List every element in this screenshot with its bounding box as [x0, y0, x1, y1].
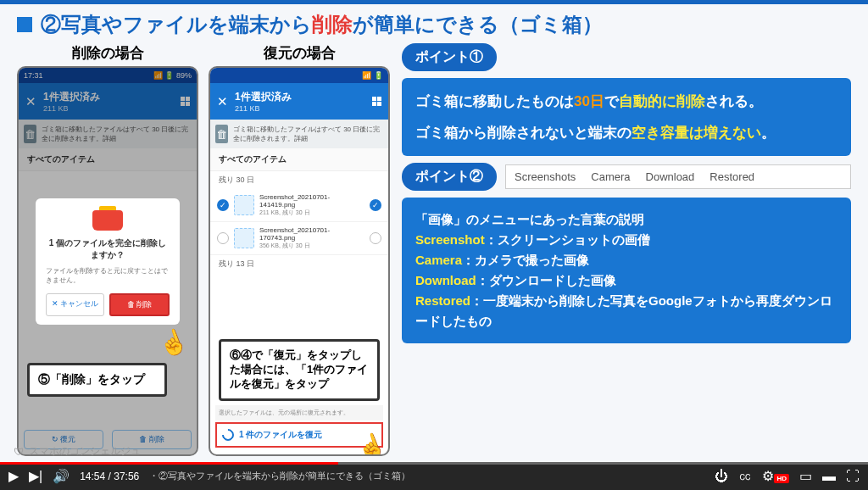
video-player-controls: ▶ ▶| 🔊 14:54 / 37:56 ・②写真やファイルを端末から削除が簡単… — [0, 462, 868, 490]
point-1-explanation: ゴミ箱に移動したものは30日で自動的に削除される。 ゴミ箱から削除されないと端末… — [402, 78, 851, 156]
restore-icon — [220, 426, 236, 443]
file-name: Screenshot_20210701-170743.png — [259, 226, 364, 242]
callout-step-6: ⑥④で「復元」をタップした場合には、「1件のファイルを復元」をタップ — [219, 339, 380, 401]
checkbox-unchecked-icon[interactable] — [217, 232, 229, 244]
fullscreen-button[interactable]: ⛶ — [846, 469, 860, 484]
settings-icon[interactable]: ⚙HD — [762, 468, 789, 484]
grid-icon[interactable] — [372, 97, 381, 106]
file-row[interactable]: ✓ Screenshot_20210701-141419.png 211 KB,… — [210, 189, 388, 222]
subtitles-button[interactable]: ㏄ — [738, 467, 752, 485]
dialog-body: ファイルを削除すると元に戻すことはできません。 — [46, 266, 170, 285]
phone-restore: 📶 🔋 ✕ 1件選択済み 211 KB 🗑 ゴミ箱に移動したファイルはすべて 3… — [209, 66, 390, 456]
point-2-explanation: 「画像」のメニューにあった言葉の説明 Screenshot：スクリーンショットの… — [402, 198, 851, 343]
progress-bar[interactable] — [0, 462, 868, 465]
tab-download[interactable]: Download — [646, 170, 695, 183]
tab-camera[interactable]: Camera — [591, 170, 630, 183]
delete-button[interactable]: 🗑 削除 — [109, 293, 170, 316]
phone-restore-label: 復元の場合 — [264, 43, 336, 63]
section-all-items: すべてのアイテム — [210, 148, 388, 171]
theater-button[interactable]: ▬ — [822, 469, 836, 484]
info-text: ゴミ箱に移動したファイルはすべて 30 日後に完全に削除されます。詳細 — [233, 125, 383, 143]
phone-delete-label: 削除の場合 — [72, 43, 144, 63]
title-marker-icon — [17, 17, 32, 32]
delete-dialog: 1 個のファイルを完全に削除しますか？ ファイルを削除すると元に戻すことはできま… — [36, 198, 180, 325]
image-menu-tabs: Screenshots Camera Download Restored — [505, 164, 851, 189]
phone-delete: 17:31 📶 🔋 89% ✕ 1件選択済み 211 KB 🗑 ゴミ箱に移動 — [17, 66, 198, 456]
cancel-button[interactable]: ✕ キャンセル — [46, 293, 104, 316]
selection-title: 1件選択済み — [235, 90, 365, 104]
autoplay-toggle[interactable]: ⏻ — [715, 469, 728, 484]
channel-name: スマホのコンシェルジュ — [29, 444, 141, 459]
volume-icon[interactable]: 🔊 — [53, 468, 70, 484]
thumbnail-icon — [234, 228, 254, 248]
point-2-badge: ポイント② — [402, 163, 497, 191]
status-circle-icon — [370, 232, 381, 244]
checkbox-checked-icon[interactable]: ✓ — [217, 199, 229, 211]
shield-icon: 🛡 — [14, 446, 24, 458]
group-13days: 残り 13 日 — [210, 255, 388, 273]
status-check-icon: ✓ — [370, 199, 381, 211]
chapter-title[interactable]: ・②写真やファイルを端末から削除が簡単にできる（ゴミ箱） — [149, 470, 410, 482]
group-30days: 残り 30 日 — [210, 171, 388, 189]
thumbnail-icon — [234, 195, 254, 215]
time-display: 14:54 / 37:56 — [80, 471, 139, 482]
title-suffix: が簡単にできる（ゴミ箱） — [353, 13, 603, 36]
point-1-badge: ポイント① — [402, 43, 497, 71]
file-name: Screenshot_20210701-141419.png — [259, 193, 364, 209]
callout-step-5: ⑤「削除」をタップ — [27, 363, 167, 397]
trash-icon: 🗑 — [215, 125, 228, 143]
play-button[interactable]: ▶ — [8, 468, 19, 484]
slide-title: ②写真やファイルを端末から削除が簡単にできる（ゴミ箱） — [0, 4, 868, 43]
miniplayer-button[interactable]: ▭ — [799, 468, 812, 484]
close-icon[interactable]: ✕ — [217, 94, 228, 109]
folder-icon — [92, 210, 123, 231]
title-highlight: 削除 — [312, 13, 353, 36]
tab-screenshots[interactable]: Screenshots — [515, 170, 576, 183]
dialog-title: 1 個のファイルを完全に削除しますか？ — [46, 237, 170, 261]
restore-info-text: 選択したファイルは、元の場所に復元されます。 — [215, 405, 383, 420]
file-meta: 211 KB, 残り 30 日 — [259, 209, 364, 217]
tab-restored[interactable]: Restored — [709, 170, 754, 183]
title-prefix: ②写真やファイルを端末から — [41, 13, 312, 36]
file-meta: 356 KB, 残り 30 日 — [259, 242, 364, 250]
file-row[interactable]: Screenshot_20210701-170743.png 356 KB, 残… — [210, 222, 388, 255]
next-button[interactable]: ▶| — [29, 468, 42, 484]
selection-size: 211 KB — [235, 104, 365, 113]
